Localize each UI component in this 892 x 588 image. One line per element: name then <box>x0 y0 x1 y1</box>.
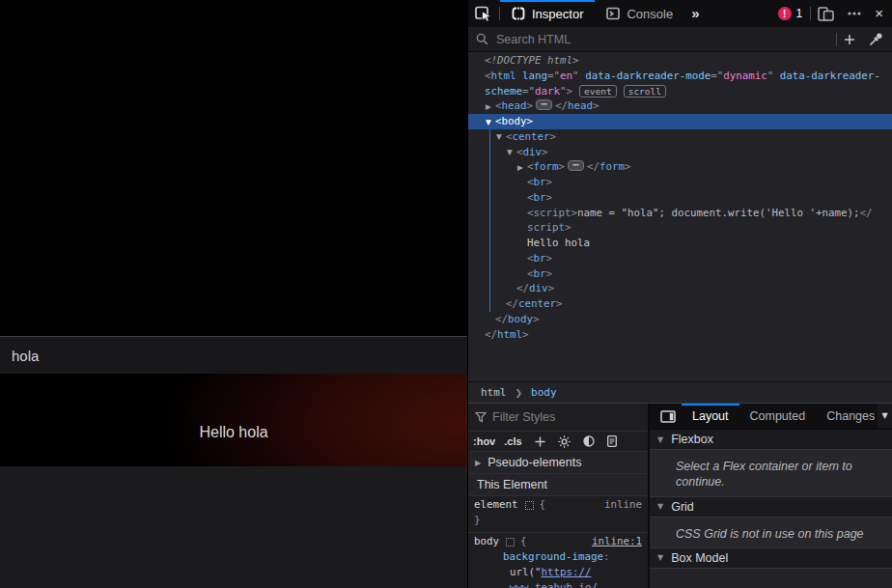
rule-location-link[interactable]: inline:1 <box>592 534 642 549</box>
markup-line[interactable]: </body> <box>468 312 892 327</box>
markup-line[interactable]: ▶<form>⋯</form> <box>468 159 892 175</box>
code-token: </ <box>485 328 497 341</box>
tab-layout[interactable]: Layout <box>682 404 739 429</box>
pick-element-button[interactable] <box>468 0 499 27</box>
markup-line[interactable]: Hello hola <box>468 236 892 251</box>
search-input[interactable]: Search HTML <box>496 33 836 46</box>
markup-view: <!DOCTYPE html><html lang="en" data-dark… <box>468 52 892 381</box>
section-header-grid[interactable]: ▼Grid <box>650 497 892 518</box>
dom-event-badge[interactable]: scroll <box>624 85 666 98</box>
code-token: > <box>593 99 599 112</box>
breadcrumb-item-body[interactable]: body <box>531 386 557 399</box>
rule-location[interactable]: inline <box>604 497 642 513</box>
property-name[interactable]: background-image <box>503 549 603 565</box>
layout-panel: LayoutComputedChanges ▼ ▼FlexboxSelect a… <box>650 404 892 588</box>
tab-inspector[interactable]: Inspector <box>500 0 595 27</box>
markup-line[interactable]: <br> <box>468 190 892 206</box>
pick-element-icon <box>475 6 492 21</box>
tab-dropdown-button[interactable]: ▼ <box>878 404 892 428</box>
error-count: 1 <box>796 7 803 20</box>
section-header-flexbox[interactable]: ▼Flexbox <box>650 430 892 450</box>
class-toggle[interactable]: .cls <box>504 435 521 447</box>
responsive-design-button[interactable] <box>811 0 841 27</box>
rule-selector[interactable]: element <box>474 497 518 513</box>
code-token: </ <box>587 160 599 173</box>
expand-arrow-icon[interactable]: ▶ <box>486 99 495 115</box>
collapse-arrow-icon[interactable]: ▼ <box>496 129 506 145</box>
close-devtools-button[interactable]: × <box>868 0 892 27</box>
open-brace: { <box>540 497 546 513</box>
rules-toolbar: :hov .cls <box>468 432 648 452</box>
markup-line[interactable]: <script>name = "hola"; document.write('H… <box>468 206 892 221</box>
expand-arrow-icon[interactable]: ▶ <box>517 160 527 176</box>
markup-line[interactable]: <!DOCTYPE html> <box>468 53 892 69</box>
page-greeting-text: Hello hola <box>199 424 267 441</box>
code-token: </ <box>860 207 873 219</box>
markup-line[interactable]: ▶<head>⋯</head> <box>468 98 892 114</box>
code-token: =" <box>522 85 535 98</box>
add-rule-icon[interactable] <box>535 436 545 447</box>
code-token: > <box>522 328 529 341</box>
markup-line[interactable]: ▼<center> <box>468 129 892 145</box>
code-token: script <box>527 221 565 234</box>
property-value-link[interactable]: https:// <box>542 565 592 580</box>
markup-line[interactable]: <br> <box>468 266 892 282</box>
collapse-arrow-icon: ▼ <box>657 553 663 562</box>
sidebar-panels: Filter Styles :hov .cls <box>468 403 892 588</box>
markup-line[interactable]: <html lang="en" data-darkreader-mode="dy… <box>468 69 892 84</box>
property-colon: : <box>603 549 610 565</box>
pseudo-class-toggle[interactable]: :hov <box>473 435 495 447</box>
print-media-icon[interactable] <box>583 435 595 447</box>
eyedropper-button[interactable] <box>862 27 892 51</box>
filter-styles-input[interactable]: Filter Styles <box>492 410 555 424</box>
markup-line[interactable]: </html> <box>468 327 892 343</box>
selector-highlighter-icon[interactable] <box>525 501 534 510</box>
tab-changes[interactable]: Changes <box>816 404 885 429</box>
layout-panel-fill <box>650 569 892 588</box>
tab-computed[interactable]: Computed <box>739 404 817 429</box>
toggle-pane-button[interactable] <box>655 404 682 429</box>
breadcrumb-item-html[interactable]: html <box>481 386 507 399</box>
markup-line[interactable]: script> <box>468 220 892 236</box>
section-message: Select a Flex container or item to conti… <box>650 450 892 497</box>
show-more-icon[interactable]: ⋯ <box>568 160 584 171</box>
pseudo-elements-header[interactable]: ▶ Pseudo-elements <box>468 452 648 474</box>
eyedropper-icon <box>869 33 882 46</box>
this-element-header: This Element <box>468 474 648 496</box>
error-count-button[interactable]: ! 1 <box>770 7 811 20</box>
menu-button[interactable] <box>841 0 868 27</box>
rule-selector[interactable]: body <box>474 534 499 549</box>
property-value-link[interactable]: www.teahub.io/ <box>510 580 598 588</box>
dom-event-badge[interactable]: event <box>579 85 617 98</box>
light-theme-icon[interactable] <box>558 435 571 448</box>
breadcrumbs: html❯body <box>468 381 892 403</box>
markup-line[interactable]: scheme="dark">eventscroll <box>468 84 892 99</box>
add-node-button[interactable] <box>837 27 862 51</box>
indent-guide <box>489 129 490 312</box>
section-header-box-model[interactable]: ▼Box Model <box>650 548 892 569</box>
markup-line[interactable]: ▼<div> <box>468 145 892 160</box>
tab-console[interactable]: Console <box>595 0 684 27</box>
code-token: > <box>546 267 553 280</box>
more-tabs-button[interactable]: » <box>684 0 706 27</box>
code-token: dynamic <box>723 70 767 82</box>
sidebar-tab-list: LayoutComputedChanges <box>682 404 892 429</box>
code-token: form <box>599 160 625 173</box>
page-text-input[interactable]: hola <box>0 337 467 374</box>
markup-line[interactable]: </center> <box>468 296 892 312</box>
code-token: br <box>534 191 546 204</box>
collapse-arrow-icon[interactable]: ▼ <box>507 145 516 160</box>
section-title: Box Model <box>671 551 728 565</box>
code-token: lang <box>522 70 547 82</box>
markup-line[interactable]: <br> <box>468 175 892 190</box>
rule-element: element { inline } <box>468 496 648 533</box>
selector-highlighter-icon[interactable] <box>506 538 515 546</box>
collapse-arrow-icon[interactable]: ▼ <box>486 115 495 130</box>
show-more-icon[interactable]: ⋯ <box>536 99 552 110</box>
stylesheet-icon[interactable] <box>607 435 617 447</box>
breadcrumb-separator-icon: ❯ <box>516 388 523 398</box>
markup-line[interactable]: </div> <box>468 281 892 296</box>
markup-line[interactable]: ▼<body> <box>468 114 892 129</box>
markup-line[interactable]: <br> <box>468 251 892 266</box>
code-token: =" <box>711 70 723 82</box>
